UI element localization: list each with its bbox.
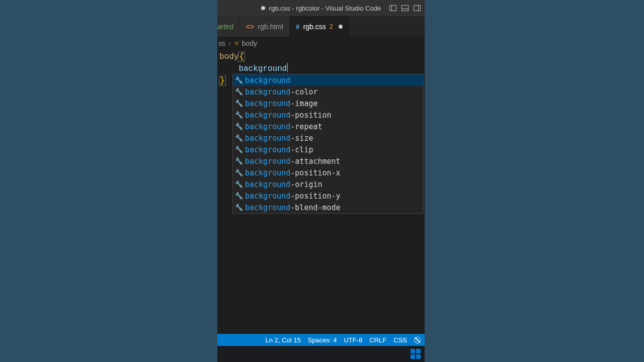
- html-file-icon: <>: [246, 23, 254, 31]
- text-cursor: [287, 63, 288, 72]
- status-bar: Ln 2, Col 15 Spaces: 4 UTF-8 CRLF CSS: [217, 334, 425, 346]
- code-line: body{: [219, 51, 425, 63]
- property-icon: 🔧: [235, 121, 242, 133]
- property-icon: 🔧: [235, 190, 242, 202]
- status-eol[interactable]: CRLF: [369, 336, 386, 344]
- problems-count-badge: 2: [330, 23, 333, 30]
- suggestion-item[interactable]: 🔧 background-origin: [233, 178, 423, 190]
- editor[interactable]: body{ background } 🔧 background 🔧 backgr…: [217, 50, 425, 334]
- property-icon: 🔧: [235, 144, 242, 156]
- tab-label: rgb.html: [258, 23, 283, 31]
- toggle-primary-sidebar-icon[interactable]: [389, 5, 396, 11]
- property-icon: 🔧: [235, 155, 242, 167]
- vscode-window: rgb.css - rgbcolor - Visual Studio Code …: [217, 0, 425, 362]
- tab-rgb-css[interactable]: # rgb.css 2: [290, 16, 349, 37]
- tab-rgb-html[interactable]: <> rgb.html: [240, 16, 290, 37]
- suggestion-item[interactable]: 🔧 background-position-x: [233, 167, 423, 178]
- suggestion-item[interactable]: 🔧 background-attachment: [233, 155, 423, 167]
- suggestion-item[interactable]: 🔧 background-position: [233, 109, 423, 121]
- property-icon: 🔧: [235, 202, 242, 214]
- layout-controls: [389, 0, 421, 16]
- suggestion-item[interactable]: 🔧 background-color: [233, 86, 423, 98]
- property-icon: 🔧: [235, 167, 242, 179]
- chevron-right-icon: ›: [228, 39, 231, 47]
- intellisense-widget[interactable]: 🔧 background 🔧 background-color 🔧 backgr…: [232, 74, 424, 214]
- code-line: background: [219, 63, 425, 75]
- symbol-class-icon: ⤮: [234, 40, 239, 47]
- breadcrumb[interactable]: ss › ⤮ body: [217, 37, 425, 50]
- tab-label: rgb.css: [303, 23, 326, 31]
- property-icon: 🔧: [235, 74, 242, 86]
- status-cursor-position[interactable]: Ln 2, Col 15: [266, 336, 301, 344]
- tab-label: arted: [217, 23, 233, 31]
- status-encoding[interactable]: UTF-8: [344, 336, 362, 344]
- status-language[interactable]: CSS: [393, 336, 407, 344]
- suggestion-item[interactable]: 🔧 background-clip: [233, 144, 423, 155]
- dirty-indicator-icon: [339, 25, 343, 29]
- titlebar: rgb.css - rgbcolor - Visual Studio Code: [217, 0, 425, 16]
- dirty-indicator-icon: [261, 6, 265, 10]
- window-title: rgb.css - rgbcolor - Visual Studio Code: [269, 5, 381, 12]
- tab-get-started[interactable]: arted: [217, 16, 240, 37]
- suggestion-item[interactable]: 🔧 background-size: [233, 132, 423, 144]
- property-icon: 🔧: [235, 98, 242, 110]
- breadcrumb-file-fragment: ss: [218, 39, 225, 47]
- windows-taskbar: [217, 346, 425, 362]
- status-indentation[interactable]: Spaces: 4: [308, 336, 337, 344]
- property-icon: 🔧: [235, 109, 242, 121]
- breadcrumb-symbol: body: [242, 39, 257, 47]
- suggestion-item[interactable]: 🔧 background-image: [233, 98, 423, 109]
- property-icon: 🔧: [235, 132, 242, 144]
- suggestion-item[interactable]: 🔧 background-repeat: [233, 121, 423, 132]
- suggestion-item[interactable]: 🔧 background-position-y: [233, 190, 423, 202]
- no-notifications-icon[interactable]: [414, 337, 421, 343]
- property-icon: 🔧: [235, 178, 242, 191]
- windows-start-icon[interactable]: [411, 349, 421, 359]
- tab-bar: arted <> rgb.html # rgb.css 2: [217, 16, 425, 37]
- css-file-icon: #: [296, 23, 300, 31]
- toggle-panel-icon[interactable]: [401, 5, 409, 11]
- suggestion-item[interactable]: 🔧 background-blend-mode: [233, 202, 423, 213]
- property-icon: 🔧: [235, 86, 242, 98]
- suggestion-item[interactable]: 🔧 background: [233, 74, 423, 86]
- toggle-secondary-sidebar-icon[interactable]: [414, 5, 421, 11]
